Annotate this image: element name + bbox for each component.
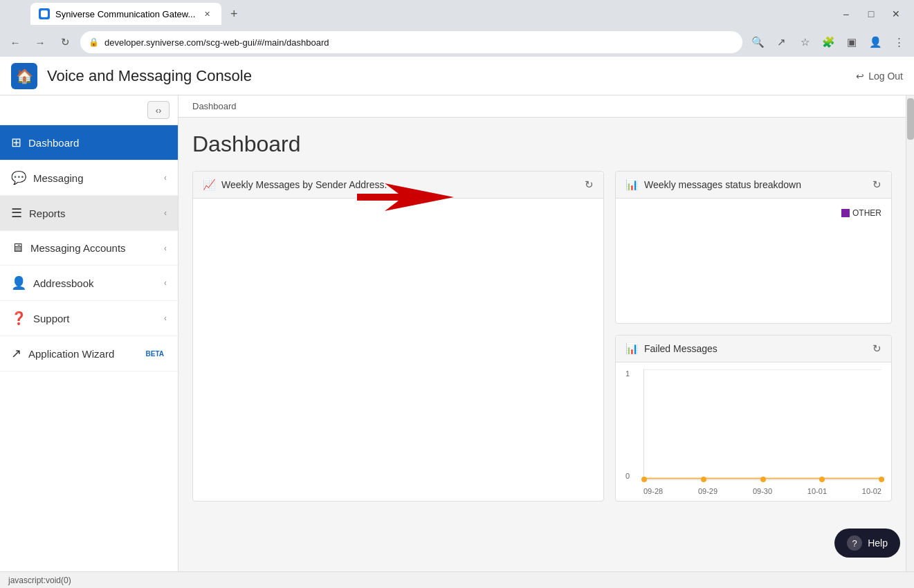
minimize-button[interactable]: – xyxy=(839,8,853,19)
logout-button[interactable]: ↩ Log Out xyxy=(856,71,903,82)
tab-favicon xyxy=(39,8,50,19)
chart-bar-icon: 📊 xyxy=(625,178,639,191)
sidebar-item-label: Messaging xyxy=(33,172,157,184)
close-window-button[interactable]: ✕ xyxy=(889,8,903,19)
browser-tab[interactable]: Syniverse Communication Gatew... ✕ xyxy=(30,3,221,25)
search-button[interactable]: 🔍 xyxy=(748,33,767,52)
weekly-status-chart: 📊 Weekly messages status breakdown ↻ OTH… xyxy=(615,171,892,324)
scrollbar-thumb[interactable] xyxy=(907,98,914,140)
window-controls: – □ ✕ xyxy=(839,8,908,19)
failed-messages-chart: 📊 Failed Messages ↻ 1 0 xyxy=(615,335,892,502)
reports-icon: ☰ xyxy=(11,205,22,221)
chevron-icon: ‹ xyxy=(164,208,167,218)
chart-line-icon: 📈 xyxy=(203,178,216,191)
security-icon: 🔒 xyxy=(89,37,99,47)
chart-header: 📈 Weekly Messages by Sender Address. ↻ xyxy=(193,172,603,199)
dashboard-grid: 📈 Weekly Messages by Sender Address. ↻ xyxy=(192,171,892,502)
sidebar-item-messaging[interactable]: 💬 Messaging ‹ xyxy=(0,160,178,196)
sidebar-toggle-button[interactable]: ‹› xyxy=(147,101,170,119)
status-bar: javascript:void(0) xyxy=(0,571,914,588)
scrollbar[interactable] xyxy=(906,95,914,571)
sidebar-item-reports[interactable]: ☰ Reports ‹ xyxy=(0,196,178,231)
help-icon: ? xyxy=(847,535,862,551)
url-text: developer.syniverse.com/scg-web-gui/#/ma… xyxy=(104,37,734,48)
reload-button[interactable]: ↻ xyxy=(55,33,75,52)
chart-body xyxy=(193,199,603,351)
home-icon[interactable]: 🏠 xyxy=(11,63,37,89)
main-area: ‹› ⊞ Dashboard 💬 Messaging ‹ xyxy=(0,95,914,571)
dashboard-icon: ⊞ xyxy=(11,135,21,150)
breadcrumb: Dashboard xyxy=(179,95,906,118)
chevron-icon: ‹ xyxy=(164,313,167,323)
right-column: 📊 Weekly messages status breakdown ↻ OTH… xyxy=(615,171,892,502)
bookmark-button[interactable]: ☆ xyxy=(795,33,814,52)
sidebar-item-dashboard[interactable]: ⊞ Dashboard xyxy=(0,125,178,160)
addressbook-icon: 👤 xyxy=(11,275,26,291)
legend-label: OTHER xyxy=(852,208,881,218)
sidebar-item-app-wizard[interactable]: ↗ Application Wizard BETA xyxy=(0,336,178,371)
maximize-button[interactable]: □ xyxy=(864,8,878,19)
chart-title: Weekly messages status breakdown xyxy=(644,179,867,190)
chart-bar-icon: 📊 xyxy=(625,342,639,355)
sidebar-item-label: Support xyxy=(33,313,157,324)
y-axis: 1 0 xyxy=(625,369,630,480)
sidebar-item-support[interactable]: ❓ Support ‹ xyxy=(0,301,178,336)
refresh-button[interactable]: ↻ xyxy=(585,178,594,191)
sidebar-item-label: Application Wizard xyxy=(28,348,136,360)
chart-header: 📊 Failed Messages ↻ xyxy=(616,336,891,362)
sidebar-item-addressbook[interactable]: 👤 Addressbook ‹ xyxy=(0,266,178,301)
chart-title: Failed Messages xyxy=(644,343,867,354)
help-button[interactable]: ? Help xyxy=(834,529,900,558)
app-wrapper: 🏠 Voice and Messaging Console ↩ Log Out … xyxy=(0,57,914,588)
sidebar-item-label: Addressbook xyxy=(33,277,157,289)
sidebar: ‹› ⊞ Dashboard 💬 Messaging ‹ xyxy=(0,95,179,571)
chart-legend: OTHER xyxy=(841,208,881,218)
sidebar-item-messaging-accounts[interactable]: 🖥 Messaging Accounts ‹ xyxy=(0,231,178,266)
x-axis: 09-28 09-29 09-30 10-01 10-02 xyxy=(643,487,881,495)
address-bar[interactable]: 🔒 developer.syniverse.com/scg-web-gui/#/… xyxy=(80,31,742,53)
chart-title: Weekly Messages by Sender Address. xyxy=(221,179,579,190)
browser-actions: 🔍 ↗ ☆ 🧩 ▣ 👤 ⋮ xyxy=(748,33,908,52)
sidebar-item-label: Messaging Accounts xyxy=(30,242,157,254)
tab-close-button[interactable]: ✕ xyxy=(201,8,213,20)
back-button[interactable]: ← xyxy=(6,33,25,52)
weekly-messages-chart: 📈 Weekly Messages by Sender Address. ↻ xyxy=(192,171,604,502)
content-area: Dashboard Dashboard 📈 Weekly Messages by… xyxy=(179,95,906,571)
account-button[interactable]: 👤 xyxy=(866,33,885,52)
new-tab-button[interactable]: + xyxy=(224,4,244,24)
refresh-button[interactable]: ↻ xyxy=(872,342,881,355)
forward-button[interactable]: → xyxy=(30,33,50,52)
help-label: Help xyxy=(868,538,888,549)
beta-badge: BETA xyxy=(143,349,167,358)
failed-chart-body: 1 0 xyxy=(616,362,891,501)
sidebar-nav: ⊞ Dashboard 💬 Messaging ‹ ☰ Reports ‹ xyxy=(0,125,178,571)
status-text: javascript:void(0) xyxy=(8,576,71,585)
chevron-icon: ‹ xyxy=(164,278,167,288)
app-title: Voice and Messaging Console xyxy=(47,67,846,85)
chart-line-svg xyxy=(644,369,881,479)
sidebar-item-label: Reports xyxy=(29,208,157,219)
menu-button[interactable]: ⋮ xyxy=(889,33,908,52)
app-header: 🏠 Voice and Messaging Console ↩ Log Out xyxy=(0,57,914,95)
support-icon: ❓ xyxy=(11,311,26,326)
chevron-icon: ‹ xyxy=(164,244,167,253)
refresh-button[interactable]: ↻ xyxy=(872,178,881,191)
address-bar-row: ← → ↻ 🔒 developer.syniverse.com/scg-web-… xyxy=(0,28,914,57)
sidebar-toggle-row: ‹› xyxy=(0,95,178,125)
browser-titlebar: Syniverse Communication Gatew... ✕ + – □… xyxy=(0,0,914,28)
chevron-icon: ‹ xyxy=(164,173,167,183)
messaging-icon: 💬 xyxy=(11,170,26,185)
accounts-icon: 🖥 xyxy=(11,241,24,255)
chart-body: OTHER xyxy=(616,199,891,323)
chart-plot xyxy=(643,369,881,480)
page-title: Dashboard xyxy=(192,131,892,157)
extensions-button[interactable]: 🧩 xyxy=(819,33,838,52)
chart-header: 📊 Weekly messages status breakdown ↻ xyxy=(616,172,891,199)
app-wizard-icon: ↗ xyxy=(11,346,21,361)
legend-color xyxy=(841,209,850,217)
sidebar-item-label: Dashboard xyxy=(28,137,167,149)
share-button[interactable]: ↗ xyxy=(771,33,791,52)
content-body: Dashboard 📈 Weekly Messages by Sender Ad… xyxy=(179,118,906,571)
sidebar-toggle-button[interactable]: ▣ xyxy=(842,33,861,52)
tab-title: Syniverse Communication Gatew... xyxy=(55,9,195,19)
